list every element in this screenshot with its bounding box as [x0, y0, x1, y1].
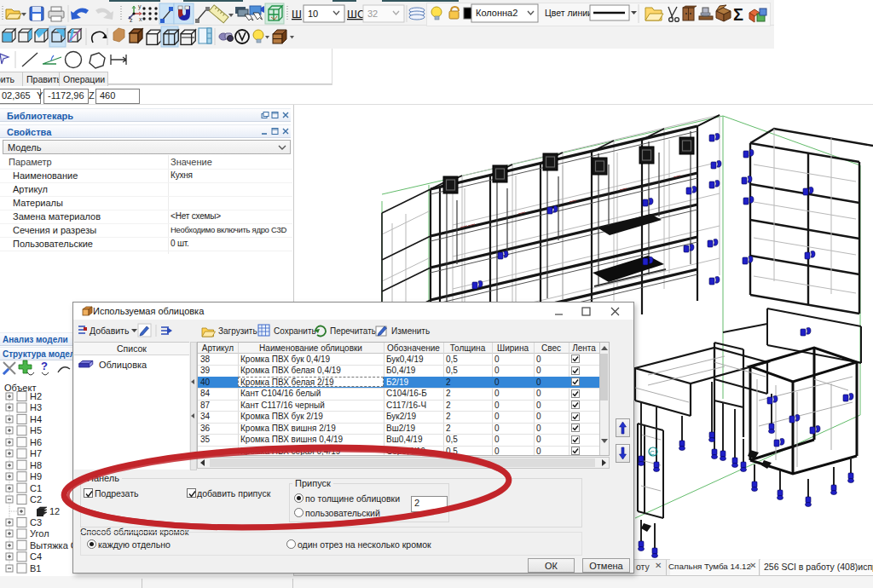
- svg-text:Сохранить: Сохранить: [274, 326, 316, 336]
- svg-text:12: 12: [49, 506, 60, 516]
- svg-text:Добавить: Добавить: [90, 326, 130, 336]
- svg-text:H9: H9: [30, 471, 42, 481]
- svg-text:H3: H3: [30, 402, 42, 412]
- svg-text:Колонна2: Колонна2: [476, 8, 517, 18]
- svg-text:?: ?: [41, 360, 48, 372]
- svg-text:Изменить: Изменить: [391, 326, 430, 336]
- svg-text:Перечитать: Перечитать: [330, 326, 376, 336]
- svg-text:Цвет линии: Цвет линии: [545, 8, 593, 18]
- svg-text:x: x: [139, 16, 142, 22]
- svg-text:H5: H5: [30, 425, 42, 435]
- svg-text:Загрузить: Загрузить: [218, 326, 257, 336]
- svg-text:H8: H8: [30, 460, 42, 470]
- svg-text:H4: H4: [30, 414, 42, 424]
- svg-text:B1: B1: [30, 563, 41, 574]
- svg-text:32: 32: [367, 9, 378, 19]
- svg-text:C2: C2: [30, 494, 42, 504]
- svg-text:C1: C1: [30, 483, 42, 493]
- svg-text:10: 10: [308, 9, 318, 19]
- svg-text:z: z: [130, 17, 133, 23]
- svg-text:H6: H6: [30, 437, 42, 447]
- svg-text:C3: C3: [30, 517, 42, 527]
- svg-text:Σ: Σ: [733, 5, 743, 24]
- svg-text:ШС: ШС: [347, 8, 365, 20]
- svg-text:Угол: Угол: [30, 528, 49, 539]
- svg-text:C: C: [650, 449, 655, 457]
- svg-text:Ш: Ш: [292, 8, 302, 20]
- svg-text:H2: H2: [30, 391, 42, 401]
- svg-text:Вытяжка С: Вытяжка С: [30, 540, 73, 551]
- svg-text:H7: H7: [30, 448, 42, 458]
- svg-text:C4: C4: [30, 551, 42, 562]
- svg-text:y: y: [138, 3, 142, 10]
